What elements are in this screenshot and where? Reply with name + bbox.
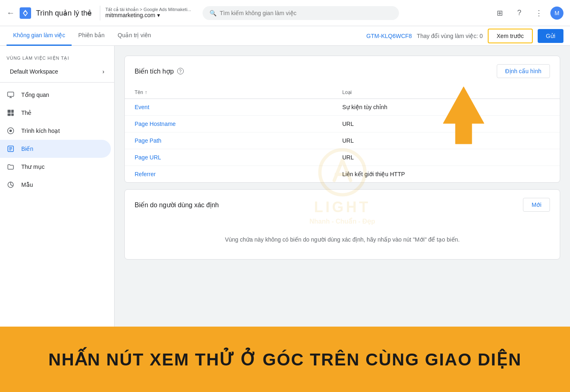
sidebar-item-label-variables: Biến [21, 146, 33, 152]
monitor-icon [7, 91, 15, 99]
layout: VÙNG LÀM VIỆC HIỆN TẠI Default Workspace… [0, 46, 570, 327]
gtm-logo [20, 7, 31, 19]
svg-rect-5 [11, 114, 14, 116]
variable-icon [7, 145, 15, 153]
table-row: Page Path URL [125, 132, 560, 149]
workspace-name: Default Workspace [10, 68, 58, 75]
back-button[interactable]: ← [7, 8, 15, 18]
user-section-title: Biến do người dùng xác định [135, 201, 219, 209]
trigger-icon [7, 127, 15, 135]
workspace-selector[interactable]: Default Workspace › [3, 64, 111, 79]
sidebar-item-overview[interactable]: Tổng quan [0, 86, 111, 104]
built-in-title: Biến tích hợp ? [135, 67, 184, 75]
variable-link-referrer[interactable]: Referrer [135, 171, 155, 177]
dropdown-icon: ▾ [157, 12, 160, 18]
account-sub: Tất cả tài khoản > Google Ads Mitmaketi.… [105, 7, 191, 12]
empty-state: Vùng chứa này không có biến do người dùn… [125, 220, 560, 259]
variable-link-event[interactable]: Event [135, 104, 149, 110]
sidebar-item-variables[interactable]: Biến [0, 140, 111, 158]
avatar[interactable]: M [550, 7, 563, 20]
sidebar-divider [0, 82, 114, 83]
workspace-arrow-icon: › [102, 68, 104, 75]
cell-name-hostname: Page Hostname [135, 121, 342, 127]
config-button[interactable]: Định cấu hình [497, 64, 550, 78]
svg-rect-3 [8, 114, 11, 116]
svg-rect-2 [8, 110, 11, 113]
tab-workspace[interactable]: Không gian làm việc [7, 26, 72, 46]
variable-link-url[interactable]: Page URL [135, 154, 161, 161]
navtabs-right: GTM-KLQ6WCF8 Thay đổi vùng làm việc: 0 X… [366, 29, 563, 43]
svg-point-7 [9, 130, 12, 132]
submit-button[interactable]: Gửi [538, 29, 563, 43]
sidebar: VÙNG LÀM VIỆC HIỆN TẠI Default Workspace… [0, 46, 115, 327]
cell-name-path: Page Path [135, 137, 342, 144]
sidebar-item-label-overview: Tổng quan [21, 92, 49, 98]
built-in-header: Biến tích hợp ? Định cấu hình [125, 56, 560, 86]
bottom-banner: NHẤN NÚT XEM THỬ Ở GÓC TRÊN CÙNG GIAO DI… [0, 327, 570, 392]
table-row: Event Sự kiện tùy chỉnh [125, 99, 560, 116]
sidebar-item-triggers[interactable]: Trình kích hoạt [0, 122, 111, 140]
folder-icon [7, 163, 15, 171]
tab-admin[interactable]: Quản trị viên [111, 26, 158, 46]
table-row: Referrer Liên kết giới thiệu HTTP [125, 166, 560, 182]
variable-link-path[interactable]: Page Path [135, 137, 161, 144]
account-selector[interactable]: Tất cả tài khoản > Google Ads Mitmaketi.… [105, 7, 191, 18]
table-header: Tên ↑ Loại [125, 86, 560, 99]
template-icon [7, 181, 15, 189]
cell-name-url: Page URL [135, 154, 342, 161]
sidebar-item-tags[interactable]: Thẻ [0, 104, 111, 122]
search-bar[interactable]: 🔍 [203, 6, 399, 20]
account-main: mitmmarketing.com ▾ [105, 12, 191, 18]
help-icon[interactable]: ? [177, 68, 184, 74]
sidebar-item-folders[interactable]: Thư mục [0, 158, 111, 176]
sidebar-item-label-folders: Thư mục [21, 164, 45, 170]
cell-name-referrer: Referrer [135, 171, 342, 177]
cell-type-hostname: URL [342, 121, 550, 127]
divider [100, 6, 100, 20]
table-row: Page URL URL [125, 149, 560, 166]
cell-name-event: Event [135, 104, 342, 110]
user-variables-section: Biến do người dùng xác định Mới Vùng chứ… [124, 189, 560, 260]
user-section-header: Biến do người dùng xác định Mới [125, 190, 560, 220]
cell-type-path: URL [342, 137, 550, 144]
built-in-variables-section: Biến tích hợp ? Định cấu hình Tên ↑ Loại… [124, 56, 560, 183]
sidebar-item-templates[interactable]: Mẫu [0, 176, 111, 194]
gtm-id: GTM-KLQ6WCF8 [366, 33, 412, 39]
preview-button[interactable]: Xem trước [488, 29, 533, 43]
sidebar-item-label-templates: Mẫu [21, 181, 33, 188]
nav-tabs: Không gian làm việc Phiên bản Quản trị v… [0, 26, 570, 46]
new-variable-button[interactable]: Mới [523, 198, 550, 212]
grid-icon-button[interactable]: ⊞ [491, 5, 508, 21]
workspace-label: VÙNG LÀM VIỆC HIỆN TẠI [0, 49, 114, 64]
tab-versions[interactable]: Phiên bản [72, 26, 111, 46]
more-icon-button[interactable]: ⋮ [531, 5, 547, 21]
sidebar-item-label-triggers: Trình kích hoạt [21, 128, 60, 134]
banner-text: NHẤN NÚT XEM THỬ Ở GÓC TRÊN CÙNG GIAO DI… [48, 349, 522, 370]
sidebar-item-label-tags: Thẻ [21, 110, 32, 116]
topbar: ← Trình quản lý thẻ Tất cả tài khoản > G… [0, 0, 570, 26]
changes-label: Thay đổi vùng làm việc: 0 [417, 33, 483, 39]
help-icon-button[interactable]: ? [511, 5, 527, 21]
svg-rect-1 [8, 92, 14, 96]
col-type-header: Loại [342, 90, 550, 95]
cell-type-event: Sự kiện tùy chỉnh [342, 104, 550, 110]
variable-link-hostname[interactable]: Page Hostname [135, 121, 176, 127]
main-content: LIGHT Nhanh - Chuẩn - Đẹp Biến tích hợp … [115, 46, 570, 327]
search-icon: 🔍 [210, 10, 216, 16]
search-input[interactable] [220, 10, 392, 16]
col-name-header: Tên ↑ [135, 90, 342, 95]
app-title: Trình quản lý thẻ [36, 9, 92, 18]
tag-icon [7, 109, 15, 117]
table-row: Page Hostname URL [125, 116, 560, 132]
svg-rect-4 [11, 110, 14, 113]
topbar-actions: ⊞ ? ⋮ M [491, 5, 563, 21]
cell-type-referrer: Liên kết giới thiệu HTTP [342, 171, 550, 177]
cell-type-url: URL [342, 154, 550, 161]
